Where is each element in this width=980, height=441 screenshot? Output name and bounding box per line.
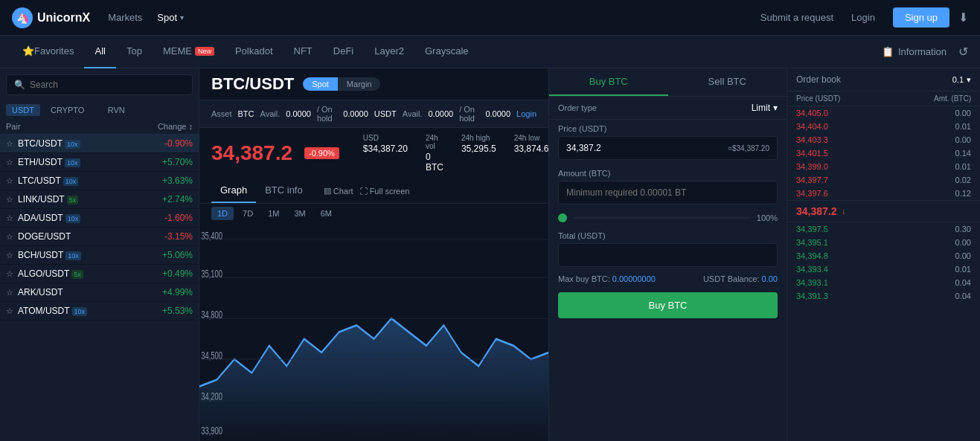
total-label: Total (USDT) bbox=[558, 231, 778, 240]
price-input-row: Price (USDT) ≈$34,387.20 bbox=[549, 120, 787, 164]
login-nav-button[interactable]: Login bbox=[842, 7, 884, 28]
orderbook-bid-row: 34,397.50.30 bbox=[787, 222, 980, 236]
chart-canvas: 35,400 35,100 34,800 34,500 34,200 33,90… bbox=[199, 223, 548, 441]
sell-tab[interactable]: Sell BTC bbox=[668, 68, 787, 96]
bid-amt: 0.04 bbox=[955, 292, 971, 300]
pair-star[interactable]: ☆ bbox=[6, 195, 13, 205]
order-type-select[interactable]: Limit ▾ bbox=[752, 103, 778, 113]
price-change-badge: -0.90% bbox=[304, 147, 339, 159]
y-label-1: 35,400 bbox=[201, 230, 222, 242]
y-label-2: 35,100 bbox=[201, 268, 222, 280]
pair-item[interactable]: ☆ ETH/USDT10x +5.70% bbox=[0, 153, 199, 172]
pair-star[interactable]: ☆ bbox=[6, 306, 13, 316]
cat-nft[interactable]: NFT bbox=[284, 36, 323, 68]
cat-polkadot[interactable]: Polkadot bbox=[225, 36, 284, 68]
filter-rvn[interactable]: RVN bbox=[102, 104, 131, 116]
usdt-balance: USDT Balance: 0.00 bbox=[703, 274, 778, 283]
pair-item[interactable]: ☆ LINK/USDT5x +2.74% bbox=[0, 190, 199, 209]
chart-icon: ▤ bbox=[324, 186, 331, 196]
margin-tab[interactable]: Margin bbox=[338, 77, 381, 91]
pair-item[interactable]: ☆ LTC/USDT10x +3.63% bbox=[0, 172, 199, 190]
nav-spot[interactable]: Spot ▾ bbox=[157, 12, 184, 23]
pair-star[interactable]: ☆ bbox=[6, 213, 13, 223]
ask-amt: 0.00 bbox=[955, 109, 971, 118]
pair-badge: 10x bbox=[63, 177, 79, 186]
pair-name: LINK/USDT5x bbox=[18, 194, 162, 205]
slider-handle[interactable] bbox=[558, 213, 567, 222]
nav-markets[interactable]: Markets bbox=[108, 12, 142, 23]
cat-layer2[interactable]: Layer2 bbox=[364, 36, 414, 68]
logo-text: UnicornX bbox=[37, 11, 90, 25]
pair-item[interactable]: ☆ DOGE/USDT -3.15% bbox=[0, 228, 199, 246]
pair-star[interactable]: ☆ bbox=[6, 232, 13, 242]
time-6m[interactable]: 6M bbox=[315, 207, 338, 220]
pair-name: ATOM/USDT10x bbox=[18, 306, 162, 316]
pair-badge: 10x bbox=[72, 307, 88, 316]
category-tabs: ⭐ Favorites All Top MEMENew Polkadot NFT… bbox=[12, 36, 479, 68]
order-type-arrow: ▾ bbox=[773, 103, 778, 113]
pair-item[interactable]: ☆ ATOM/USDT10x +5.53% bbox=[0, 302, 199, 321]
filter-usdt[interactable]: USDT bbox=[6, 104, 40, 116]
btc-info-tab[interactable]: BTC info bbox=[256, 178, 312, 203]
price-input[interactable] bbox=[566, 143, 728, 153]
pair-change: +5.70% bbox=[162, 157, 193, 167]
pair-star[interactable]: ☆ bbox=[6, 158, 13, 167]
stat-vol-val: 0 BTC bbox=[426, 152, 443, 173]
price-input-label: Price (USDT) bbox=[558, 124, 778, 133]
usdt-label: USDT bbox=[374, 109, 397, 118]
signup-button[interactable]: Sign up bbox=[893, 7, 949, 28]
pair-item[interactable]: ☆ BCH/USDT10x +5.06% bbox=[0, 246, 199, 265]
cat-top[interactable]: Top bbox=[116, 36, 153, 68]
asset-login-link[interactable]: Login bbox=[516, 109, 537, 118]
buy-tab[interactable]: Buy BTC bbox=[549, 68, 668, 96]
time-7d[interactable]: 7D bbox=[237, 207, 259, 220]
orderbook-ask-row: 34,399.00.01 bbox=[787, 160, 980, 173]
search-box: 🔍 bbox=[0, 68, 199, 101]
max-buy-label: Max buy BTC: 0.00000000 bbox=[558, 274, 656, 283]
graph-tab[interactable]: Graph bbox=[211, 178, 256, 203]
pair-change: -3.15% bbox=[164, 231, 193, 242]
cat-favorites[interactable]: ⭐ Favorites bbox=[12, 36, 84, 68]
meme-new-badge: New bbox=[195, 47, 214, 56]
buy-button[interactable]: Buy BTC bbox=[558, 292, 778, 318]
stat-low: 24h low 33,874.6 bbox=[514, 134, 548, 173]
cat-all[interactable]: All bbox=[84, 36, 115, 68]
nav-links: Markets Spot ▾ bbox=[108, 12, 184, 23]
pair-item[interactable]: ☆ ALGO/USDT5x +0.49% bbox=[0, 265, 199, 283]
bid-price: 34,394.8 bbox=[796, 251, 828, 260]
slider-track[interactable] bbox=[573, 217, 751, 219]
cat-meme[interactable]: MEMENew bbox=[153, 36, 225, 68]
pair-star[interactable]: ☆ bbox=[6, 251, 13, 260]
pair-star[interactable]: ☆ bbox=[6, 288, 13, 297]
search-input[interactable] bbox=[30, 80, 185, 90]
amount-input[interactable] bbox=[566, 187, 769, 198]
spot-tab[interactable]: Spot bbox=[303, 77, 338, 91]
pair-star[interactable]: ☆ bbox=[6, 176, 13, 186]
pair-header-change: Change ↕ bbox=[158, 122, 193, 131]
refresh-icon[interactable]: ↺ bbox=[958, 45, 968, 59]
fullscreen-button[interactable]: ⛶ Full screen bbox=[359, 187, 410, 196]
cat-grayscale[interactable]: Grayscale bbox=[414, 36, 479, 68]
filter-crypto[interactable]: CRYPTO bbox=[45, 104, 90, 116]
download-icon[interactable]: ⬇ bbox=[958, 10, 968, 25]
logo[interactable]: 🦄 UnicornX bbox=[12, 7, 90, 28]
y-label-4: 34,500 bbox=[201, 350, 222, 362]
total-input[interactable] bbox=[566, 250, 769, 260]
orderbook-filter[interactable]: 0.1 ▾ bbox=[952, 75, 971, 85]
pair-item[interactable]: ☆ BTC/USDT10x -0.90% bbox=[0, 135, 199, 153]
pair-item[interactable]: ☆ ADA/USDT10x -1.60% bbox=[0, 209, 199, 228]
ask-price: 34,399.0 bbox=[796, 162, 828, 171]
pair-star[interactable]: ☆ bbox=[6, 139, 13, 149]
time-1m[interactable]: 1M bbox=[262, 207, 285, 220]
chart-type-button[interactable]: ▤ Chart bbox=[324, 186, 353, 196]
pair-item[interactable]: ☆ ARK/USDT +4.99% bbox=[0, 283, 199, 302]
price-stats: USD $34,387.20 24h vol 0 BTC 24h high 35… bbox=[363, 134, 548, 173]
submit-request-link[interactable]: Submit a request bbox=[760, 12, 833, 23]
orderbook-ask-row: 34,403.30.00 bbox=[787, 133, 980, 147]
time-1d[interactable]: 1D bbox=[211, 207, 234, 220]
cat-defi[interactable]: DeFi bbox=[323, 36, 364, 68]
information-button[interactable]: 📋 Information bbox=[882, 46, 947, 57]
time-3m[interactable]: 3M bbox=[288, 207, 311, 220]
pair-star[interactable]: ☆ bbox=[6, 269, 13, 279]
pair-name: ADA/USDT10x bbox=[18, 213, 164, 223]
